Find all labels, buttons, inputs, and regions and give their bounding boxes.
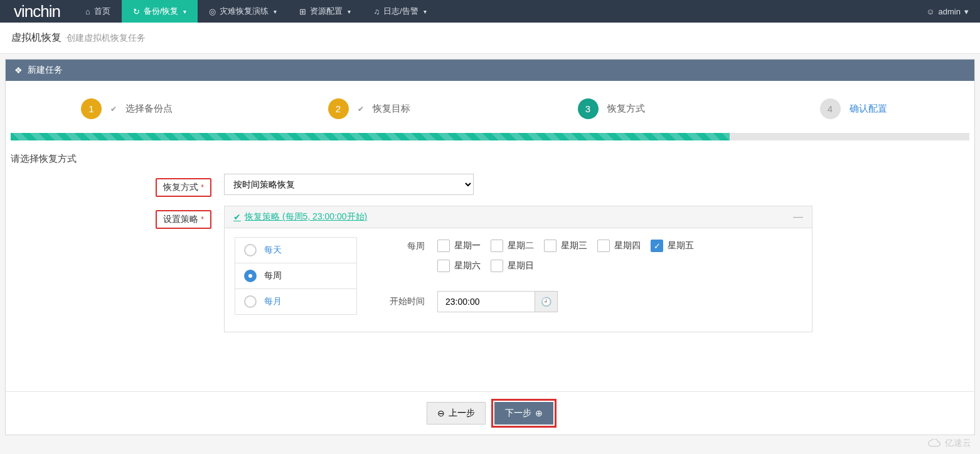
schedule-monthly[interactable]: 每月 bbox=[235, 288, 357, 315]
progress-fill bbox=[11, 133, 730, 140]
chevron-down-icon: ▾ bbox=[348, 8, 351, 15]
step-1-label: 选择备份点 bbox=[125, 103, 173, 115]
checkbox-icon bbox=[544, 240, 557, 252]
schedule-daily[interactable]: 每天 bbox=[235, 237, 357, 263]
home-icon: ⌂ bbox=[85, 7, 90, 16]
search-icon: ◎ bbox=[209, 7, 216, 16]
restore-method-control: 按时间策略恢复 bbox=[224, 174, 474, 195]
step-2-label: 恢复目标 bbox=[373, 103, 410, 115]
step-2[interactable]: 2 ✔ 恢复目标 bbox=[248, 98, 490, 119]
nav-resource[interactable]: ⊞ 资源配置 ▾ bbox=[288, 0, 362, 23]
restore-method-label: 恢复方式* bbox=[156, 178, 211, 197]
start-time-input-group: 🕘 bbox=[437, 291, 558, 312]
grid-icon: ⊞ bbox=[299, 7, 306, 16]
form-area: 恢复方式* 按时间策略恢复 设置策略* ✔ 恢复策略 (每周5, 23:00 bbox=[6, 174, 974, 391]
check-icon: ✔ bbox=[358, 105, 364, 114]
step-4-label: 确认配置 bbox=[850, 103, 887, 115]
weekday-checkboxes: 星期一 星期二 星期三 星期四 星期五 星期六 星期日 bbox=[437, 240, 738, 272]
chevron-down-icon: ▾ bbox=[964, 7, 969, 16]
watermark: 亿速云 bbox=[928, 438, 971, 440]
next-button-label: 下一步 bbox=[505, 408, 531, 419]
step-3-circle: 3 bbox=[578, 98, 599, 119]
restore-method-select[interactable]: 按时间策略恢复 bbox=[224, 174, 474, 195]
step-1[interactable]: 1 ✔ 选择备份点 bbox=[6, 98, 248, 119]
step-1-circle: 1 bbox=[81, 98, 102, 119]
step-4[interactable]: 4 确认配置 bbox=[732, 98, 974, 119]
breadcrumb-main: 虚拟机恢复 bbox=[11, 31, 61, 45]
row-strategy: 设置策略* ✔ 恢复策略 (每周5, 23:00:00开始) — 每天 bbox=[11, 206, 969, 332]
day-mon[interactable]: 星期一 bbox=[437, 240, 481, 252]
nav-disaster-recovery[interactable]: ◎ 灾难恢复演练 ▾ bbox=[198, 0, 288, 23]
restore-method-label-wrap: 恢复方式* bbox=[11, 174, 224, 197]
prev-button[interactable]: ⊖ 上一步 bbox=[427, 402, 486, 425]
check-icon: ✔ bbox=[110, 105, 117, 114]
clock-icon: 🕘 bbox=[541, 297, 551, 307]
check-icon: ✔ bbox=[233, 212, 241, 222]
day-fri[interactable]: 星期五 bbox=[651, 240, 694, 252]
radio-icon bbox=[244, 295, 257, 308]
weekday-label: 每周 bbox=[382, 240, 437, 252]
schedule-monthly-label: 每月 bbox=[264, 296, 282, 307]
chevron-down-icon: ▾ bbox=[183, 8, 186, 15]
clock-button[interactable]: 🕘 bbox=[535, 291, 558, 312]
panel-header: ❖ 新建任务 bbox=[6, 60, 974, 81]
nav-dr-label: 灾难恢复演练 bbox=[220, 6, 269, 17]
breadcrumb-sub: 创建虚拟机恢复任务 bbox=[67, 33, 146, 44]
step-2-circle: 2 bbox=[328, 98, 349, 119]
cube-icon: ❖ bbox=[14, 65, 23, 75]
checkbox-icon bbox=[437, 260, 450, 272]
schedule-daily-label: 每天 bbox=[264, 245, 282, 256]
weekday-row: 每周 星期一 星期二 星期三 星期四 星期五 星期六 星期日 bbox=[382, 240, 802, 272]
weekly-config: 每周 星期一 星期二 星期三 星期四 星期五 星期六 星期日 bbox=[382, 237, 802, 314]
checkbox-icon bbox=[491, 260, 503, 272]
breadcrumb: 虚拟机恢复 创建虚拟机恢复任务 bbox=[0, 23, 980, 54]
arrow-left-icon: ⊖ bbox=[437, 408, 445, 418]
wizard-footer: ⊖ 上一步 下一步 ⊕ bbox=[6, 391, 974, 435]
schedule-frequency-list: 每天 每周 每月 bbox=[235, 237, 357, 314]
strategy-body: 每天 每周 每月 每周 bbox=[225, 228, 812, 332]
prev-button-label: 上一步 bbox=[449, 408, 475, 419]
step-4-circle: 4 bbox=[820, 98, 841, 119]
wizard-progress bbox=[11, 133, 969, 140]
nav-resource-label: 资源配置 bbox=[310, 6, 343, 17]
strategy-header[interactable]: ✔ 恢复策略 (每周5, 23:00:00开始) — bbox=[225, 206, 812, 228]
radio-icon bbox=[244, 244, 257, 256]
day-thu[interactable]: 星期四 bbox=[597, 240, 641, 252]
section-title: 请选择恢复方式 bbox=[6, 140, 974, 174]
nav-home[interactable]: ⌂ 首页 bbox=[74, 0, 122, 23]
arrow-right-icon: ⊕ bbox=[535, 408, 543, 418]
chevron-down-icon: ▾ bbox=[423, 8, 427, 15]
step-3[interactable]: 3 恢复方式 bbox=[490, 98, 732, 119]
schedule-weekly[interactable]: 每周 bbox=[235, 263, 357, 289]
bell-icon: ♫ bbox=[373, 7, 380, 16]
panel-title: 新建任务 bbox=[28, 65, 63, 76]
nav-backup-restore[interactable]: ↻ 备份/恢复 ▾ bbox=[122, 0, 198, 23]
brand-logo: vinchin bbox=[0, 2, 74, 21]
nav-items: ⌂ 首页 ↻ 备份/恢复 ▾ ◎ 灾难恢复演练 ▾ ⊞ 资源配置 ▾ ♫ 日志/… bbox=[74, 0, 915, 23]
nav-home-label: 首页 bbox=[94, 6, 110, 17]
day-sun[interactable]: 星期日 bbox=[491, 260, 534, 272]
checkbox-icon bbox=[491, 240, 503, 252]
start-time-row: 开始时间 🕘 bbox=[382, 291, 802, 312]
collapse-icon[interactable]: — bbox=[793, 211, 803, 223]
strategy-title: ✔ 恢复策略 (每周5, 23:00:00开始) bbox=[233, 211, 367, 223]
start-time-input[interactable] bbox=[437, 291, 535, 312]
step-3-label: 恢复方式 bbox=[607, 103, 645, 115]
refresh-icon: ↻ bbox=[133, 7, 140, 16]
top-navigation: vinchin ⌂ 首页 ↻ 备份/恢复 ▾ ◎ 灾难恢复演练 ▾ ⊞ 资源配置… bbox=[0, 0, 980, 23]
day-wed[interactable]: 星期三 bbox=[544, 240, 587, 252]
start-time-label: 开始时间 bbox=[382, 296, 437, 307]
nav-logs-label: 日志/告警 bbox=[383, 6, 418, 17]
day-tue[interactable]: 星期二 bbox=[491, 240, 534, 252]
checkbox-icon bbox=[437, 240, 450, 252]
nav-backup-label: 备份/恢复 bbox=[144, 6, 179, 17]
user-menu[interactable]: ☺ admin ▾ bbox=[915, 7, 980, 16]
row-restore-method: 恢复方式* 按时间策略恢复 bbox=[11, 174, 969, 197]
nav-logs[interactable]: ♫ 日志/告警 ▾ bbox=[362, 0, 437, 23]
user-icon: ☺ bbox=[926, 7, 934, 16]
checkbox-checked-icon bbox=[651, 240, 663, 252]
wizard-steps: 1 ✔ 选择备份点 2 ✔ 恢复目标 3 恢复方式 4 确认配置 bbox=[6, 81, 974, 133]
next-button[interactable]: 下一步 ⊕ bbox=[494, 402, 553, 425]
radio-checked-icon bbox=[244, 270, 257, 282]
day-sat[interactable]: 星期六 bbox=[437, 260, 481, 272]
